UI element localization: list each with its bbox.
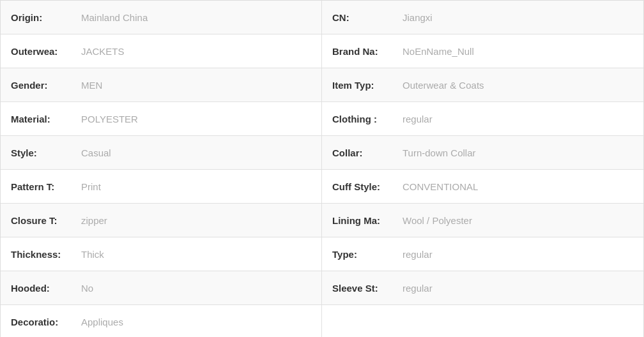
table-row: Thickness:ThickType:regular [1, 237, 643, 271]
field-value: regular [402, 249, 433, 260]
field-label: Lining Ma: [332, 215, 402, 226]
field-value: MEN [81, 80, 102, 91]
left-section: Origin:Mainland China [1, 1, 322, 34]
left-cell: Outerwea:JACKETS [1, 34, 135, 68]
field-label: Style: [11, 147, 81, 158]
field-label: Thickness: [11, 249, 81, 260]
field-value: Outerwear & Coats [402, 80, 484, 91]
table-row: Style:CasualCollar:Turn-down Collar [1, 136, 643, 170]
left-section: Hooded:No [1, 271, 322, 304]
table-row: Material:POLYESTERClothing :regular [1, 102, 643, 136]
left-cell: Style:Casual [1, 136, 121, 169]
field-label: Closure T: [11, 215, 81, 226]
left-section: Decoratio:Appliques [1, 305, 322, 337]
left-section: Style:Casual [1, 136, 322, 169]
field-value: JACKETS [81, 46, 125, 57]
field-value: zipper [81, 215, 107, 226]
right-cell: Collar:Turn-down Collar [322, 136, 486, 169]
right-cell: Lining Ma:Wool / Polyester [322, 204, 482, 237]
left-cell: Origin:Mainland China [1, 1, 158, 34]
field-value: Wool / Polyester [402, 215, 472, 226]
table-row: Outerwea:JACKETSBrand Na:NoEnName_Null [1, 34, 643, 68]
field-label: Pattern T: [11, 181, 81, 192]
right-section: CN:Jiangxi [322, 1, 643, 34]
right-section: Collar:Turn-down Collar [322, 136, 643, 169]
field-label: Outerwea: [11, 46, 81, 57]
right-section [322, 305, 643, 337]
right-section: Cuff Style:CONVENTIONAL [322, 170, 643, 203]
field-value: Thick [81, 249, 104, 260]
field-value: Mainland China [81, 12, 148, 23]
left-cell: Closure T:zipper [1, 204, 118, 237]
field-label: Cuff Style: [332, 181, 402, 192]
field-label: Material: [11, 114, 81, 124]
right-cell: Item Typ:Outerwear & Coats [322, 68, 494, 101]
field-label: Gender: [11, 80, 81, 91]
table-row: Decoratio:Appliques [1, 305, 643, 337]
right-cell: Type:regular [322, 237, 443, 271]
table-row: Pattern T:PrintCuff Style:CONVENTIONAL [1, 170, 643, 204]
field-value: regular [402, 114, 433, 124]
field-label: Type: [332, 249, 402, 260]
field-value: CONVENTIONAL [402, 181, 478, 192]
left-section: Outerwea:JACKETS [1, 34, 322, 68]
right-cell: CN:Jiangxi [322, 1, 443, 34]
left-cell: Decoratio:Appliques [1, 305, 134, 337]
field-value: Turn-down Collar [402, 147, 476, 158]
table-row: Hooded:NoSleeve St:regular [1, 271, 643, 305]
left-cell: Material:POLYESTER [1, 102, 148, 135]
right-section: Lining Ma:Wool / Polyester [322, 204, 643, 237]
field-label: Clothing : [332, 114, 402, 124]
table-row: Origin:Mainland ChinaCN:Jiangxi [1, 1, 643, 34]
field-label: Collar: [332, 147, 402, 158]
left-section: Gender:MEN [1, 68, 322, 101]
right-section: Brand Na:NoEnName_Null [322, 34, 643, 68]
field-label: Sleeve St: [332, 283, 402, 294]
table-row: Closure T:zipperLining Ma:Wool / Polyest… [1, 204, 643, 237]
left-cell: Gender:MEN [1, 68, 112, 101]
left-cell: Thickness:Thick [1, 237, 114, 271]
field-value: regular [402, 283, 433, 294]
field-value: NoEnName_Null [402, 46, 474, 57]
field-value: Appliques [81, 317, 123, 327]
left-section: Closure T:zipper [1, 204, 322, 237]
field-value: No [81, 283, 93, 294]
right-section: Type:regular [322, 237, 643, 271]
left-section: Material:POLYESTER [1, 102, 322, 135]
field-label: Hooded: [11, 283, 81, 294]
left-cell: Pattern T:Print [1, 170, 111, 203]
right-section: Item Typ:Outerwear & Coats [322, 68, 643, 101]
table-row: Gender:MENItem Typ:Outerwear & Coats [1, 68, 643, 102]
field-label: Brand Na: [332, 46, 402, 57]
field-value: Casual [81, 147, 111, 158]
field-value: POLYESTER [81, 114, 138, 124]
right-cell: Brand Na:NoEnName_Null [322, 34, 484, 68]
field-label: CN: [332, 12, 402, 23]
right-cell: Sleeve St:regular [322, 271, 443, 304]
field-value: Print [81, 181, 101, 192]
left-section: Pattern T:Print [1, 170, 322, 203]
field-label: Item Typ: [332, 80, 402, 91]
right-section: Sleeve St:regular [322, 271, 643, 304]
right-cell: Clothing :regular [322, 102, 443, 135]
right-section: Clothing :regular [322, 102, 643, 135]
field-label: Origin: [11, 12, 81, 23]
product-details-table: Origin:Mainland ChinaCN:JiangxiOuterwea:… [0, 0, 644, 337]
left-section: Thickness:Thick [1, 237, 322, 271]
left-cell: Hooded:No [1, 271, 103, 304]
right-cell: Cuff Style:CONVENTIONAL [322, 170, 488, 203]
field-label: Decoratio: [11, 317, 81, 327]
field-value: Jiangxi [402, 12, 433, 23]
